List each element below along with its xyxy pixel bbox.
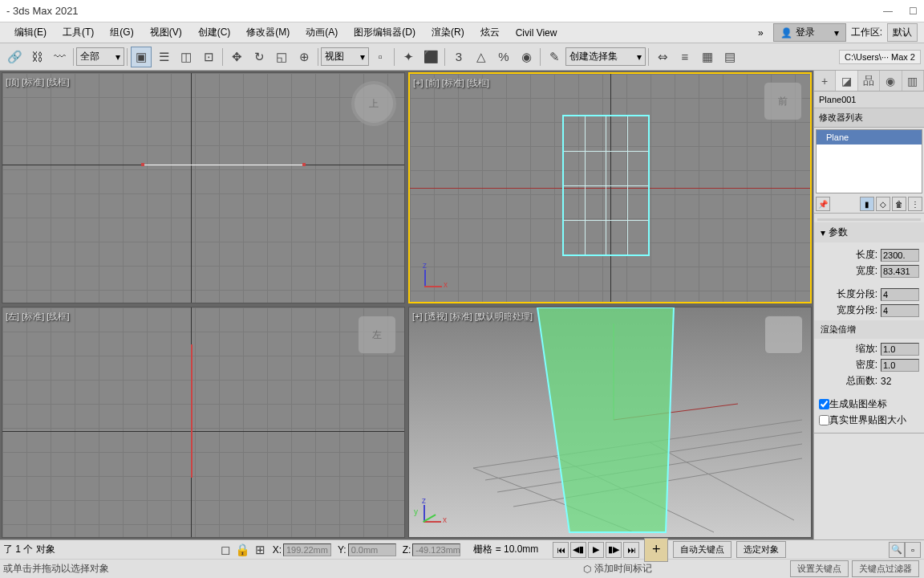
viewport-left[interactable]: [左] [标准] [线框] 左 bbox=[2, 307, 405, 538]
menu-graph-editor[interactable]: 图形编辑器(D) bbox=[346, 23, 424, 42]
viewport-persp-label[interactable]: [+] [透视] [标准] [默认明暗处理] bbox=[412, 311, 533, 323]
unlink-icon[interactable]: ⛓ bbox=[26, 47, 47, 67]
ref-coord-dropdown[interactable]: 视图▾ bbox=[321, 47, 369, 66]
tab-hierarchy[interactable]: 品 bbox=[858, 71, 880, 91]
isolate-icon[interactable]: ◻ bbox=[217, 542, 233, 558]
rotate-tool[interactable]: ↻ bbox=[249, 47, 270, 67]
play-button[interactable]: ▶ bbox=[588, 542, 604, 558]
y-coord-input[interactable]: 0.0mm bbox=[348, 543, 396, 556]
selection-set-dropdown[interactable]: 创建选择集▾ bbox=[565, 47, 646, 66]
remove-modifier-icon[interactable]: 🗑 bbox=[892, 197, 906, 211]
bind-icon[interactable]: 〰 bbox=[49, 47, 70, 67]
show-end-result-icon[interactable]: ▮ bbox=[860, 197, 874, 211]
link-icon[interactable]: 🔗 bbox=[4, 47, 25, 67]
prev-frame-button[interactable]: ◀▮ bbox=[570, 542, 586, 558]
key-filters-button[interactable]: 关键点过滤器 bbox=[852, 560, 919, 577]
edit-selection-set-icon[interactable]: ✎ bbox=[544, 47, 565, 67]
login-button[interactable]: 👤 登录 ▾ bbox=[773, 23, 846, 42]
menu-modifier[interactable]: 修改器(M) bbox=[238, 23, 298, 42]
rollout-params-header[interactable]: ▾参数 bbox=[814, 222, 924, 242]
viewport-front-label[interactable]: [+] [前] [标准] [线框] bbox=[413, 77, 489, 89]
tab-create[interactable]: + bbox=[814, 71, 836, 91]
menu-civil-view[interactable]: Civil View bbox=[508, 25, 565, 41]
menu-tool[interactable]: 工具(T) bbox=[55, 23, 102, 42]
tab-motion[interactable]: ◉ bbox=[880, 71, 902, 91]
length-segs-input[interactable]: 4 bbox=[881, 288, 919, 301]
mirror-tool[interactable]: ⇔ bbox=[652, 47, 673, 67]
total-faces-label: 总面数: bbox=[819, 374, 877, 388]
transform-type-icon[interactable]: ⊞ bbox=[253, 542, 269, 558]
keyboard-shortcut-icon[interactable]: ⬛ bbox=[420, 47, 441, 67]
set-key-button[interactable]: 设置关键点 bbox=[790, 560, 849, 577]
field-of-view-icon[interactable]: ▫ bbox=[905, 542, 921, 558]
ribbon-icon[interactable]: ▤ bbox=[719, 47, 740, 67]
length-segs-label: 长度分段: bbox=[819, 287, 877, 301]
manipulate-tool[interactable]: ✦ bbox=[398, 47, 419, 67]
select-tool[interactable]: ▣ bbox=[131, 47, 152, 67]
menu-create[interactable]: 创建(C) bbox=[190, 23, 239, 42]
z-coord-input[interactable]: -49.123mm bbox=[412, 543, 460, 556]
menu-edit[interactable]: 编辑(E) bbox=[6, 23, 55, 42]
goto-end-button[interactable]: ⏭ bbox=[623, 542, 639, 558]
next-frame-button[interactable]: ▮▶ bbox=[606, 542, 622, 558]
menu-xuanyun[interactable]: 炫云 bbox=[472, 23, 508, 42]
placement-tool[interactable]: ⊕ bbox=[294, 47, 314, 67]
zoom-extents-icon[interactable]: 🔍 bbox=[889, 542, 905, 558]
gen-mapping-checkbox[interactable] bbox=[819, 399, 829, 409]
tab-modify[interactable]: ◪ bbox=[836, 71, 857, 91]
x-coord-input[interactable]: 199.22mm bbox=[283, 543, 331, 556]
maximize-button[interactable]: ☐ bbox=[909, 6, 918, 17]
viewcube-front[interactable]: 前 bbox=[764, 82, 802, 120]
width-segs-label: 宽度分段: bbox=[819, 303, 877, 317]
menu-view[interactable]: 视图(V) bbox=[142, 23, 190, 42]
viewcube-left[interactable]: 左 bbox=[358, 315, 396, 354]
configure-sets-icon[interactable]: ⋮ bbox=[908, 197, 922, 211]
tab-display[interactable]: ▥ bbox=[902, 71, 924, 91]
length-input[interactable]: 2300. bbox=[881, 249, 919, 262]
modifier-list-header[interactable]: 修改器列表 bbox=[814, 108, 924, 128]
set-key-large-button[interactable]: + bbox=[644, 538, 668, 562]
layers-icon[interactable]: ▦ bbox=[697, 47, 718, 67]
modifier-item-plane[interactable]: Plane bbox=[817, 130, 922, 144]
angle-snap-icon[interactable]: △ bbox=[471, 47, 492, 67]
width-segs-input[interactable]: 4 bbox=[881, 304, 919, 317]
make-unique-icon[interactable]: ◇ bbox=[876, 197, 890, 211]
workspace-dropdown[interactable]: 默认 bbox=[887, 23, 918, 42]
object-name-field[interactable]: Plane001 bbox=[814, 92, 924, 108]
viewport-perspective[interactable]: [+] [透视] [标准] [默认明暗处理] x z y bbox=[408, 307, 812, 538]
menu-render[interactable]: 渲染(R) bbox=[424, 23, 472, 42]
menu-group[interactable]: 组(G) bbox=[102, 23, 141, 42]
width-label: 宽度: bbox=[819, 264, 877, 278]
snap-toggle-3[interactable]: 3 bbox=[448, 47, 469, 67]
goto-start-button[interactable]: ⏮ bbox=[553, 542, 569, 558]
filter-dropdown[interactable]: 全部▾ bbox=[76, 47, 124, 66]
pin-stack-icon[interactable]: 📌 bbox=[816, 197, 830, 211]
align-tool[interactable]: ≡ bbox=[675, 47, 695, 67]
minimize-button[interactable]: — bbox=[883, 6, 893, 17]
select-window-crossing[interactable]: ⊡ bbox=[198, 47, 219, 67]
auto-key-button[interactable]: 自动关键点 bbox=[673, 541, 732, 558]
select-name-tool[interactable]: ☰ bbox=[153, 47, 174, 67]
density-input[interactable]: 1.0 bbox=[881, 359, 919, 372]
viewcube-persp[interactable] bbox=[764, 315, 803, 354]
viewcube-top[interactable]: 上 bbox=[351, 81, 396, 126]
viewport-front[interactable]: [+] [前] [标准] [线框] 前 x z bbox=[408, 72, 812, 303]
selected-obj-dropdown[interactable]: 选定对象 bbox=[736, 541, 786, 558]
real-world-checkbox[interactable] bbox=[819, 415, 829, 425]
modifier-stack[interactable]: Plane bbox=[816, 129, 922, 193]
move-tool[interactable]: ✥ bbox=[226, 47, 247, 67]
viewport-left-label[interactable]: [左] [标准] [线框] bbox=[6, 311, 69, 323]
spinner-snap-icon[interactable]: ◉ bbox=[516, 47, 537, 67]
scale-input[interactable]: 1.0 bbox=[881, 343, 919, 356]
percent-snap-icon[interactable]: % bbox=[493, 47, 514, 67]
menu-anim[interactable]: 动画(A) bbox=[298, 23, 346, 42]
viewport-top[interactable]: [顶] [标准] [线框] 上 bbox=[2, 72, 405, 303]
viewport-top-label[interactable]: [顶] [标准] [线框] bbox=[6, 76, 69, 88]
width-input[interactable]: 83.431 bbox=[881, 265, 919, 278]
scale-tool[interactable]: ◱ bbox=[271, 47, 292, 67]
pivot-center-icon[interactable]: ▫ bbox=[370, 47, 391, 67]
lock-selection-icon[interactable]: 🔒 bbox=[235, 542, 251, 558]
menu-more[interactable]: » bbox=[753, 27, 768, 39]
select-region-rect[interactable]: ◫ bbox=[176, 47, 197, 67]
add-time-tag[interactable]: 添加时间标记 bbox=[594, 562, 652, 576]
